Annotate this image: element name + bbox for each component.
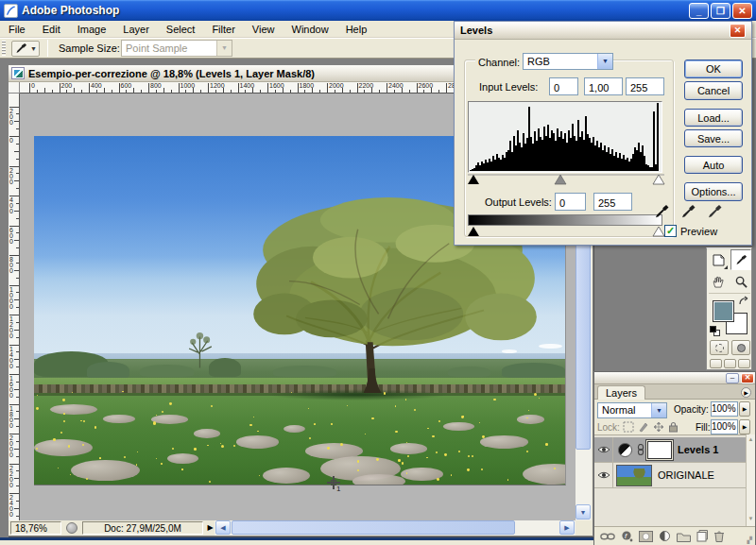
lock-transparency-icon[interactable] [623, 421, 634, 433]
scroll-left-button[interactable]: ◀ [215, 520, 231, 535]
layer-image-thumbnail[interactable] [616, 465, 652, 486]
photo-flower [406, 472, 408, 474]
palette-close-button[interactable]: ✕ [741, 373, 754, 383]
new-group-icon[interactable] [677, 531, 691, 542]
layers-scrollbar[interactable]: ▲ ▼ [746, 434, 755, 526]
photo-flower [528, 410, 529, 411]
layers-palette-titlebar[interactable]: – ✕ [594, 372, 755, 384]
palette-menu-button[interactable]: ▶ [741, 387, 751, 398]
auto-button[interactable]: Auto [684, 156, 743, 174]
layer-row-levels-1[interactable]: Levels 1 [594, 437, 746, 463]
notes-tool[interactable] [708, 249, 729, 270]
adjustment-layer-thumbnail[interactable] [618, 443, 632, 457]
vertical-ruler[interactable]: 2 0 002 0 04 0 06 0 08 0 01 0 0 01 2 0 0… [9, 94, 20, 520]
close-button[interactable]: ✕ [732, 3, 752, 19]
options-button[interactable]: Options... [684, 182, 743, 201]
fill-value[interactable]: 100% [711, 419, 738, 434]
input-gamma-field[interactable] [584, 77, 623, 95]
save-button[interactable]: Save... [684, 129, 743, 147]
menu-item-view[interactable]: View [244, 21, 284, 38]
output-sliders[interactable] [466, 226, 666, 237]
photo-flower [545, 443, 548, 446]
layer-mask-thumbnail[interactable] [647, 441, 672, 459]
options-bar-grip[interactable] [2, 41, 6, 56]
sample-size-dropdown[interactable]: Point Sample ▼ [121, 40, 232, 57]
ok-button[interactable]: OK [684, 60, 743, 78]
levels-dialog-titlebar[interactable]: Levels ✕ [455, 22, 751, 40]
new-layer-icon[interactable] [696, 530, 708, 542]
menu-item-layer[interactable]: Layer [114, 21, 158, 38]
quick-mask-mode-button[interactable] [731, 340, 750, 355]
levels-close-button[interactable]: ✕ [730, 24, 746, 38]
add-layer-mask-icon[interactable] [639, 531, 653, 542]
layer-name[interactable]: ORIGINALE [658, 469, 714, 481]
input-shadow-field[interactable] [549, 77, 578, 95]
standard-mode-button[interactable] [710, 340, 729, 355]
output-shadow-field[interactable] [555, 193, 586, 211]
horizontal-scrollbar[interactable]: ◀ ▶ [215, 520, 576, 536]
tab-layers[interactable]: Layers [597, 385, 645, 400]
photo-rock [151, 415, 188, 424]
menu-item-file[interactable]: File [0, 21, 34, 38]
lock-pixels-icon[interactable] [638, 421, 649, 433]
layer-name[interactable]: Levels 1 [678, 444, 718, 455]
output-highlight-field[interactable] [593, 193, 632, 211]
swap-colors-icon[interactable] [738, 296, 750, 307]
resize-grip[interactable]: ▞ [747, 536, 753, 544]
default-colors-icon[interactable] [710, 326, 720, 336]
zoom-tool[interactable] [730, 271, 751, 292]
fullscreen-menubar-mode-button[interactable] [724, 359, 736, 368]
palette-minimize-button[interactable]: – [726, 373, 739, 383]
menu-item-help[interactable]: Help [337, 21, 376, 38]
load-button[interactable]: Load... [684, 109, 743, 127]
restore-button[interactable]: ❐ [711, 3, 730, 19]
lock-all-icon[interactable] [668, 421, 679, 433]
lock-position-icon[interactable] [653, 421, 664, 433]
zoom-level-field[interactable]: 18,76% [10, 521, 61, 535]
palette-tab-strip: Layers ▶ [594, 384, 755, 400]
photo-flower [472, 455, 473, 457]
delete-layer-icon[interactable] [713, 530, 725, 542]
scroll-right-button[interactable]: ▶ [559, 520, 575, 535]
eyedropper-tool-selected[interactable] [730, 249, 751, 270]
color-sampler-marker[interactable]: 1 [327, 476, 340, 489]
visibility-toggle[interactable] [594, 437, 613, 463]
fill-slider-button[interactable]: ▶ [739, 419, 750, 434]
layer-style-icon[interactable]: f [621, 530, 633, 542]
hand-tool[interactable] [708, 271, 729, 292]
menu-item-image[interactable]: Image [69, 21, 115, 38]
minimize-button[interactable]: _ [689, 3, 709, 19]
menu-item-select[interactable]: Select [158, 21, 204, 38]
scroll-down-button[interactable]: ▼ [576, 504, 591, 519]
scroll-up-icon[interactable]: ▲ [747, 436, 755, 442]
ruler-label: 0 [9, 138, 13, 144]
fullscreen-mode-button[interactable] [738, 359, 750, 368]
preview-checkbox[interactable]: ✓ [664, 225, 677, 237]
black-eyedropper-icon[interactable] [655, 203, 670, 219]
layer-row-originale[interactable]: ORIGINALE [594, 463, 746, 488]
photo-flower [58, 468, 59, 468]
new-adjustment-layer-icon[interactable] [659, 530, 671, 542]
menu-item-edit[interactable]: Edit [34, 21, 69, 38]
horizontal-scroll-thumb[interactable] [232, 520, 515, 535]
opacity-slider-button[interactable]: ▶ [739, 401, 750, 417]
visibility-toggle[interactable] [594, 463, 613, 488]
scroll-down-icon[interactable]: ▼ [747, 516, 755, 521]
gray-eyedropper-icon[interactable] [681, 203, 696, 219]
photo-flower [37, 395, 38, 396]
toolbox-divider [709, 293, 750, 294]
opacity-value[interactable]: 100% [711, 401, 738, 417]
photo-flower [357, 469, 359, 471]
blend-mode-dropdown[interactable]: Normal ▼ [597, 402, 667, 418]
link-layers-icon[interactable] [600, 532, 615, 541]
standard-screen-mode-button[interactable] [710, 359, 722, 368]
input-highlight-field[interactable] [626, 77, 664, 95]
current-tool-button[interactable]: ▼ [11, 41, 40, 57]
foreground-color-swatch[interactable] [713, 300, 734, 322]
menu-item-window[interactable]: Window [284, 21, 337, 38]
white-eyedropper-icon[interactable] [708, 203, 723, 219]
menu-item-filter[interactable]: Filter [203, 21, 243, 38]
channel-dropdown[interactable]: RGB ▼ [523, 53, 613, 70]
input-sliders[interactable] [466, 173, 666, 185]
cancel-button[interactable]: Cancel [684, 81, 743, 100]
